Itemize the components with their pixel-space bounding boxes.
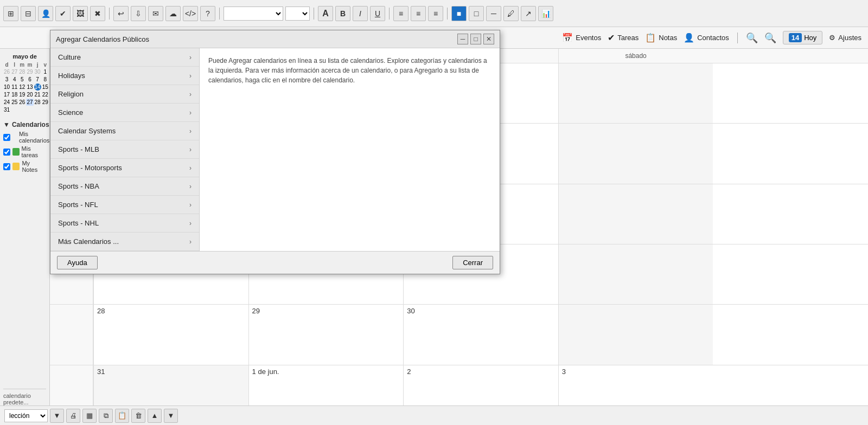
cat-sports-nba[interactable]: Sports - NBA › [50, 177, 199, 196]
cat-sports-nfl[interactable]: Sports - NFL › [50, 196, 199, 214]
cat-science-arrow: › [189, 109, 192, 117]
cat-mas-calendarios-label: Más Calendarios ... [58, 237, 119, 246]
cat-holidays-label: Holidays [58, 72, 85, 80]
cat-science[interactable]: Science › [50, 104, 199, 122]
cat-sports-motorsports-arrow: › [189, 164, 192, 172]
cat-sports-mlb-label: Sports - MLB [58, 145, 99, 153]
dialog-minimize-btn[interactable]: ─ [457, 34, 468, 44]
cat-calendar-systems-label: Calendar Systems [58, 127, 116, 135]
cat-religion-label: Religion [58, 90, 84, 98]
cat-sports-nhl-label: Sports - NHL [58, 219, 99, 227]
cat-religion-arrow: › [189, 91, 192, 98]
cat-mas-calendarios[interactable]: Más Calendarios ... › [50, 233, 199, 251]
cat-culture[interactable]: Culture › [50, 48, 199, 67]
dialog-title: Agregar Calendarios Públicos [56, 35, 149, 43]
dialog-controls: ─ □ ✕ [457, 34, 494, 44]
ayuda-btn[interactable]: Ayuda [57, 256, 98, 269]
cat-culture-label: Culture [58, 53, 81, 61]
dialog-description: Puede Agregar calendarios en línea a su … [208, 56, 491, 85]
cat-sports-nba-arrow: › [189, 183, 192, 190]
cat-sports-nfl-label: Sports - NFL [58, 201, 98, 209]
add-public-calendars-dialog: Agregar Calendarios Públicos ─ □ ✕ Cultu… [50, 30, 500, 274]
cerrar-btn[interactable]: Cerrar [452, 256, 493, 269]
cat-sports-nba-label: Sports - NBA [58, 182, 99, 190]
dialog-content: Puede Agregar calendarios en línea a su … [200, 48, 500, 251]
cat-culture-arrow: › [189, 54, 192, 61]
cat-cal-systems-arrow: › [189, 127, 192, 135]
cat-calendar-systems[interactable]: Calendar Systems › [50, 122, 199, 140]
cat-sports-motorsports-label: Sports - Motorsports [58, 164, 122, 172]
dialog-overlay: Agregar Calendarios Públicos ─ □ ✕ Cultu… [0, 0, 868, 425]
cat-holidays-arrow: › [189, 72, 192, 80]
cat-holidays[interactable]: Holidays › [50, 67, 199, 85]
cat-sports-nhl-arrow: › [189, 220, 192, 227]
cat-religion[interactable]: Religion › [50, 85, 199, 104]
dialog-titlebar: Agregar Calendarios Públicos ─ □ ✕ [50, 30, 500, 48]
dialog-close-btn[interactable]: ✕ [483, 34, 494, 44]
cat-sports-mlb[interactable]: Sports - MLB › [50, 140, 199, 159]
dialog-maximize-btn[interactable]: □ [470, 34, 481, 44]
dialog-footer: Ayuda Cerrar [50, 251, 500, 274]
cat-sports-motorsports[interactable]: Sports - Motorsports › [50, 159, 199, 177]
dialog-category-list: Culture › Holidays › Religion › Science … [50, 48, 200, 251]
cat-sports-mlb-arrow: › [189, 146, 192, 153]
cat-sports-nfl-arrow: › [189, 201, 192, 209]
cat-science-label: Science [58, 108, 83, 117]
cat-sports-nhl[interactable]: Sports - NHL › [50, 214, 199, 233]
cat-mas-arrow: › [189, 238, 192, 246]
dialog-body: Culture › Holidays › Religion › Science … [50, 48, 500, 251]
